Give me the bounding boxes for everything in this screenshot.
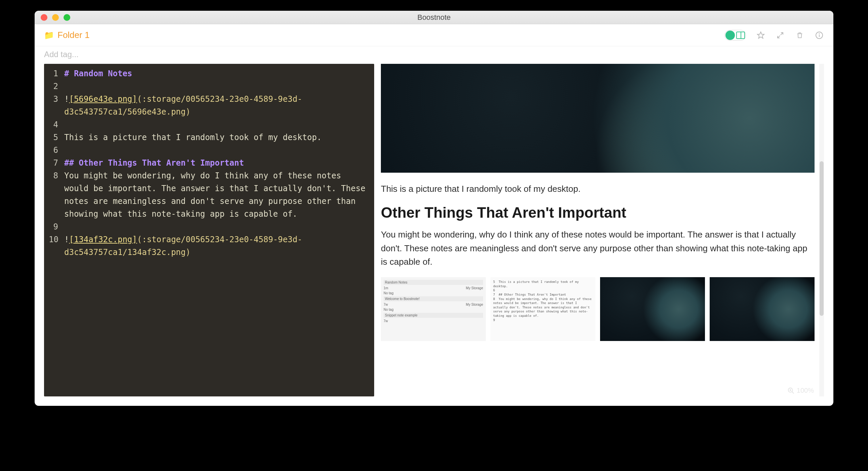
line-content[interactable]: ## Other Things That Aren't Important bbox=[64, 157, 369, 169]
svg-point-3 bbox=[819, 33, 819, 34]
window-close-button[interactable] bbox=[41, 14, 48, 21]
line-number: 3 bbox=[49, 93, 64, 118]
line-number: 7 bbox=[49, 157, 64, 169]
editor-line[interactable]: 4 bbox=[49, 118, 369, 131]
line-number: 8 bbox=[49, 169, 64, 221]
titlebar: Boostnote bbox=[35, 11, 833, 24]
expand-icon[interactable] bbox=[776, 31, 785, 40]
line-content[interactable] bbox=[64, 221, 369, 233]
note-header: Folder 1 bbox=[35, 24, 833, 46]
line-number: 2 bbox=[49, 80, 64, 93]
line-number: 1 bbox=[49, 67, 64, 80]
window-title: Boostnote bbox=[35, 13, 833, 22]
line-content[interactable]: ![5696e43e.png](:storage/00565234-23e0-4… bbox=[64, 93, 369, 118]
folder-icon bbox=[44, 30, 54, 40]
editor-line[interactable]: 7## Other Things That Aren't Important bbox=[49, 157, 369, 169]
zoom-indicator[interactable]: 100% bbox=[787, 387, 814, 394]
window-maximize-button[interactable] bbox=[64, 14, 70, 21]
folder-name: Folder 1 bbox=[58, 30, 89, 40]
thumbnail-editor: 5 This is a picture that I randomly took… bbox=[491, 277, 595, 341]
thumbnail-sidebar: Random Notes 1mMy Storage No tag Welcome… bbox=[381, 277, 486, 341]
star-icon[interactable] bbox=[756, 31, 766, 40]
thumbnail-image bbox=[600, 277, 705, 341]
thumb-row: No tag bbox=[383, 291, 483, 295]
preview-paragraph: You might be wondering, why do I think a… bbox=[381, 228, 814, 268]
preview-scrollbar-thumb[interactable] bbox=[819, 161, 824, 316]
header-actions bbox=[724, 30, 824, 41]
thumb-row: 1mMy Storage bbox=[383, 286, 483, 290]
window-minimize-button[interactable] bbox=[52, 14, 59, 21]
view-mode-toggle bbox=[724, 30, 746, 41]
preview-paragraph: This is a picture that I randomly took o… bbox=[381, 182, 814, 196]
thumb-row: No tag bbox=[383, 308, 483, 311]
line-number: 4 bbox=[49, 118, 64, 131]
line-content[interactable] bbox=[64, 118, 369, 131]
thumbnail-image bbox=[710, 277, 814, 341]
line-content[interactable]: # Random Notes bbox=[64, 67, 369, 80]
app-window: Boostnote Folder 1 bbox=[35, 11, 833, 406]
line-content[interactable]: You might be wondering, why do I think a… bbox=[64, 169, 369, 221]
svg-line-5 bbox=[792, 392, 794, 393]
line-number: 9 bbox=[49, 221, 64, 233]
svg-marker-0 bbox=[757, 32, 764, 38]
trash-icon[interactable] bbox=[795, 31, 804, 40]
editor-line[interactable]: 2 bbox=[49, 80, 369, 93]
line-number: 10 bbox=[49, 233, 64, 259]
info-icon[interactable] bbox=[814, 31, 824, 40]
thumb-row: Snippet note example bbox=[383, 313, 483, 318]
preview-hero-image bbox=[381, 64, 814, 173]
view-split-icon[interactable] bbox=[736, 32, 745, 39]
zoom-label: 100% bbox=[797, 387, 814, 394]
preview-pane: This is a picture that I randomly took o… bbox=[381, 64, 824, 396]
line-content[interactable] bbox=[64, 144, 369, 157]
editor-line[interactable]: 8You might be wondering, why do I think … bbox=[49, 169, 369, 221]
line-number: 6 bbox=[49, 144, 64, 157]
editor-line[interactable]: 6 bbox=[49, 144, 369, 157]
editor-line[interactable]: 10![134af32c.png](:storage/00565234-23e0… bbox=[49, 233, 369, 259]
preview-thumbnail-row: Random Notes 1mMy Storage No tag Welcome… bbox=[381, 277, 814, 341]
preview-heading: Other Things That Aren't Important bbox=[381, 204, 814, 221]
thumb-row: Random Notes bbox=[383, 280, 483, 285]
folder-breadcrumb[interactable]: Folder 1 bbox=[44, 30, 89, 40]
editor-line[interactable]: 3![5696e43e.png](:storage/00565234-23e0-… bbox=[49, 93, 369, 118]
editor-line[interactable]: 9 bbox=[49, 221, 369, 233]
tag-input[interactable] bbox=[44, 50, 145, 59]
line-number: 5 bbox=[49, 131, 64, 144]
zoom-in-icon bbox=[787, 387, 795, 394]
editor-preview-split: 1# Random Notes23![5696e43e.png](:storag… bbox=[35, 64, 833, 406]
editor-line[interactable]: 1# Random Notes bbox=[49, 67, 369, 80]
editor-line[interactable]: 5This is a picture that I randomly took … bbox=[49, 131, 369, 144]
tag-row bbox=[35, 46, 833, 64]
line-content[interactable]: ![134af32c.png](:storage/00565234-23e0-4… bbox=[64, 233, 369, 259]
preview-scrollbar[interactable] bbox=[819, 64, 824, 396]
thumb-row: 7wMy Storage bbox=[383, 303, 483, 306]
line-content[interactable] bbox=[64, 80, 369, 93]
markdown-editor[interactable]: 1# Random Notes23![5696e43e.png](:storag… bbox=[44, 64, 374, 396]
preview-pane-wrap: This is a picture that I randomly took o… bbox=[381, 64, 824, 396]
view-solid-icon[interactable] bbox=[725, 31, 735, 40]
line-content[interactable]: This is a picture that I randomly took o… bbox=[64, 131, 369, 144]
thumb-row: Welcome to Boostnote! bbox=[383, 296, 483, 301]
thumb-row: 7w bbox=[383, 319, 483, 323]
traffic-lights bbox=[35, 14, 70, 21]
